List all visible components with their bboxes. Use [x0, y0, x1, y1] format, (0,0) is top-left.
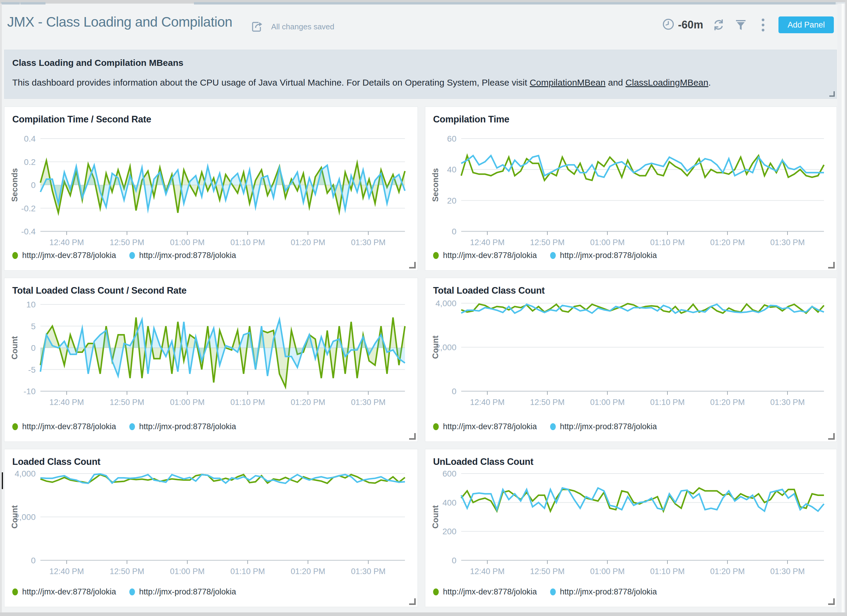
x-tick-label: 01:20 PM	[291, 398, 325, 407]
time-range-value: -60m	[678, 19, 703, 31]
y-tick-label: 0	[31, 343, 35, 353]
panel-title: Total Loaded Class Count	[433, 285, 545, 296]
legend-item-prod[interactable]: http://jmx-prod:8778/jolokia	[129, 422, 236, 431]
x-tick-label: 12:50 PM	[530, 238, 565, 247]
y-tick-label: 400	[442, 498, 456, 507]
legend-dot-cyan	[129, 423, 135, 430]
chart-canvas: 1050-5-1012:40 PM12:50 PM01:00 PM01:10 P…	[4, 278, 418, 442]
window-frame-bottom	[0, 612, 847, 616]
intro-body: This dashboard provides information abou…	[12, 78, 711, 88]
scrollbar-track[interactable]	[837, 4, 845, 612]
legend-label: http://jmx-dev:8778/jolokia	[22, 251, 116, 260]
x-tick-label: 01:10 PM	[230, 567, 265, 576]
y-tick-label: 20	[447, 196, 456, 205]
x-tick-label: 01:20 PM	[710, 238, 745, 247]
refresh-button[interactable]	[712, 18, 725, 31]
panel-title: Loaded Class Count	[12, 456, 100, 467]
legend-dot-cyan	[550, 588, 556, 595]
legend-dot-green	[12, 588, 18, 595]
chart-canvas: 604020012:40 PM12:50 PM01:00 PM01:10 PM0…	[425, 107, 837, 270]
panel-compilation-time: 604020012:40 PM12:50 PM01:00 PM01:10 PM0…	[425, 106, 837, 270]
legend-item-prod[interactable]: http://jmx-prod:8778/jolokia	[129, 251, 236, 260]
legend-label: http://jmx-prod:8778/jolokia	[139, 587, 236, 597]
legend-item-prod[interactable]: http://jmx-prod:8778/jolokia	[550, 251, 657, 260]
dashboard-screen: JMX - Class Loading and Compilation All …	[0, 0, 847, 616]
panel-resize-handle[interactable]	[409, 433, 416, 440]
x-tick-label: 01:10 PM	[650, 567, 685, 576]
y-tick-label: 5	[31, 322, 35, 331]
page-title: JMX - Class Loading and Compilation	[7, 14, 232, 30]
legend-item-dev[interactable]: http://jmx-dev:8778/jolokia	[12, 251, 116, 260]
legend-item-prod[interactable]: http://jmx-prod:8778/jolokia	[550, 422, 657, 431]
y-axis-title: Count	[10, 505, 19, 529]
y-axis-title: Count	[10, 336, 19, 359]
legend-dot-cyan	[129, 252, 135, 259]
panel-resize-handle[interactable]	[409, 262, 416, 269]
y-tick-label: -5	[28, 365, 35, 374]
x-tick-label: 12:40 PM	[470, 567, 505, 576]
compilation-mbean-link[interactable]: CompilationMBean	[530, 78, 605, 87]
panel-title: Total Loaded Class Count / Second Rate	[12, 285, 186, 296]
x-tick-label: 01:30 PM	[351, 238, 386, 247]
legend-item-prod[interactable]: http://jmx-prod:8778/jolokia	[550, 587, 657, 597]
legend-item-dev[interactable]: http://jmx-dev:8778/jolokia	[433, 587, 537, 597]
x-tick-label: 01:10 PM	[650, 238, 685, 247]
x-tick-label: 01:20 PM	[710, 567, 745, 576]
x-tick-label: 01:00 PM	[170, 238, 205, 247]
classloading-mbean-link[interactable]: ClassLoadingMBean	[626, 78, 708, 87]
chart-legend: http://jmx-dev:8778/jolokia http://jmx-p…	[433, 251, 657, 260]
chart-canvas: 4,0002,000012:40 PM12:50 PM01:00 PM01:10…	[425, 278, 837, 442]
y-tick-label: 0.2	[24, 157, 35, 167]
legend-label: http://jmx-dev:8778/jolokia	[443, 422, 537, 431]
y-tick-label: 4,000	[15, 469, 35, 478]
kebab-menu[interactable]	[756, 18, 769, 31]
x-tick-label: 01:00 PM	[590, 238, 625, 247]
legend-dot-green	[12, 252, 18, 259]
chart-plot: 4,0002,000012:40 PM12:50 PM01:00 PM01:10…	[4, 449, 418, 607]
share-icon[interactable]	[251, 22, 263, 32]
x-tick-label: 01:00 PM	[170, 398, 205, 407]
y-tick-label: 0	[31, 556, 35, 565]
x-tick-label: 12:50 PM	[109, 398, 144, 407]
y-axis-title: Seconds	[431, 168, 440, 202]
x-tick-label: 01:30 PM	[351, 398, 386, 407]
y-tick-label: 600	[442, 469, 456, 478]
chart-plot: 1050-5-1012:40 PM12:50 PM01:00 PM01:10 P…	[4, 278, 418, 442]
panel-resize-handle[interactable]	[828, 433, 835, 440]
y-tick-label: 4,000	[435, 299, 456, 308]
legend-item-dev[interactable]: http://jmx-dev:8778/jolokia	[12, 422, 116, 431]
panel-title: Compilation Time	[433, 114, 509, 125]
x-tick-label: 01:30 PM	[351, 567, 386, 576]
time-range-picker[interactable]: -60m	[663, 18, 703, 31]
legend-item-dev[interactable]: http://jmx-dev:8778/jolokia	[433, 251, 537, 260]
x-tick-label: 01:10 PM	[230, 398, 265, 407]
series-line	[461, 488, 824, 511]
x-tick-label: 01:10 PM	[230, 238, 265, 247]
scrollbar-thumb[interactable]	[842, 4, 844, 612]
x-tick-label: 12:40 PM	[470, 238, 505, 247]
legend-dot-green	[12, 423, 18, 430]
chart-plot: 4,0002,000012:40 PM12:50 PM01:00 PM01:10…	[425, 278, 837, 442]
x-tick-label: 01:20 PM	[291, 238, 325, 247]
add-panel-button[interactable]: Add Panel	[778, 16, 834, 33]
panel-resize-handle[interactable]	[829, 91, 835, 97]
browser-tab-stub	[20, 2, 46, 4]
intro-body-suffix: .	[708, 78, 711, 87]
save-status: All changes saved	[271, 22, 334, 31]
y-axis-title: Seconds	[10, 168, 19, 202]
legend-dot-cyan	[550, 252, 556, 259]
legend-dot-cyan	[550, 423, 556, 430]
chart-legend: http://jmx-dev:8778/jolokia http://jmx-p…	[433, 422, 657, 431]
y-tick-label: -0.2	[21, 204, 35, 213]
x-tick-label: 12:50 PM	[109, 238, 144, 247]
legend-item-dev[interactable]: http://jmx-dev:8778/jolokia	[433, 422, 537, 431]
legend-item-prod[interactable]: http://jmx-prod:8778/jolokia	[129, 587, 236, 597]
panel-resize-handle[interactable]	[409, 598, 416, 605]
filter-button[interactable]	[734, 18, 747, 31]
panel-resize-handle[interactable]	[828, 598, 835, 605]
x-tick-label: 12:50 PM	[109, 567, 144, 576]
legend-item-dev[interactable]: http://jmx-dev:8778/jolokia	[12, 587, 116, 597]
x-tick-label: 01:30 PM	[770, 238, 805, 247]
panel-resize-handle[interactable]	[828, 262, 835, 269]
intro-body-mid: and	[605, 78, 626, 87]
